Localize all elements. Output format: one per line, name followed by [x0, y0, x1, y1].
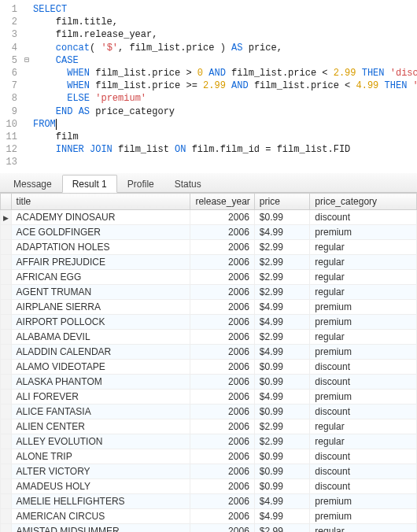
cell-price[interactable]: $2.99 [254, 330, 310, 345]
table-row[interactable]: AMELIE HELLFIGHTERS2006$4.99premium [1, 494, 417, 509]
table-row[interactable]: AFFAIR PREJUDICE2006$2.99regular [1, 255, 417, 270]
cell-release_year[interactable]: 2006 [190, 449, 254, 464]
code-content[interactable]: concat( '$', film_list.price ) AS price, [31, 42, 282, 54]
cell-price_category[interactable]: regular [310, 255, 417, 270]
code-line[interactable]: 13 [0, 156, 417, 168]
cell-release_year[interactable]: 2006 [190, 210, 254, 225]
cell-price_category[interactable]: regular [310, 419, 417, 434]
cell-price[interactable]: $4.99 [254, 494, 310, 509]
cell-price[interactable]: $4.99 [254, 225, 310, 240]
code-line[interactable]: 2 film.title, [0, 16, 417, 28]
cell-release_year[interactable]: 2006 [190, 360, 254, 375]
code-content[interactable]: SELECT [31, 3, 67, 16]
table-row[interactable]: ACE GOLDFINGER2006$4.99premium [1, 225, 417, 240]
cell-title[interactable]: AMERICAN CIRCUS [11, 509, 190, 524]
cell-title[interactable]: ALIEN CENTER [11, 419, 190, 434]
cell-price_category[interactable]: premium [310, 390, 417, 405]
cell-price[interactable]: $2.99 [254, 240, 310, 255]
cell-title[interactable]: AIRPLANE SIERRA [11, 300, 190, 315]
code-line[interactable]: 8 ELSE 'premium' [0, 92, 417, 105]
code-line[interactable]: 10FROM [0, 118, 417, 131]
cell-release_year[interactable]: 2006 [190, 330, 254, 345]
cell-title[interactable]: ALICE FANTASIA [11, 405, 190, 419]
cell-price[interactable]: $4.99 [254, 345, 310, 360]
cell-price[interactable]: $2.99 [254, 255, 310, 270]
cell-price[interactable]: $0.99 [254, 375, 310, 390]
code-line[interactable]: 3 film.release_year, [0, 28, 417, 41]
cell-price_category[interactable]: premium [310, 509, 417, 524]
cell-title[interactable]: ALADDIN CALENDAR [11, 345, 190, 360]
table-row[interactable]: AIRPLANE SIERRA2006$4.99premium [1, 300, 417, 315]
tab-result-1[interactable]: Result 1 [62, 175, 117, 193]
cell-title[interactable]: ALAMO VIDEOTAPE [11, 360, 190, 375]
code-content[interactable]: FROM [31, 118, 57, 131]
code-line[interactable]: 6 WHEN film_list.price > 0 AND film_list… [0, 67, 417, 79]
cell-title[interactable]: ALLEY EVOLUTION [11, 434, 190, 449]
cell-release_year[interactable]: 2006 [190, 434, 254, 449]
cell-release_year[interactable]: 2006 [190, 524, 254, 532]
cell-title[interactable]: AIRPORT POLLOCK [11, 315, 190, 330]
cell-price[interactable]: $0.99 [254, 405, 310, 419]
cell-price_category[interactable]: regular [310, 330, 417, 345]
col-header-release-year[interactable]: release_year [190, 194, 254, 210]
cell-price_category[interactable]: premium [310, 300, 417, 315]
cell-price_category[interactable]: discount [310, 479, 417, 494]
cell-release_year[interactable]: 2006 [190, 479, 254, 494]
code-content[interactable]: CASE [31, 54, 79, 67]
cell-title[interactable]: ALABAMA DEVIL [11, 330, 190, 345]
cell-price[interactable]: $2.99 [254, 270, 310, 285]
table-row[interactable]: ▶ACADEMY DINOSAUR2006$0.99discount [1, 210, 417, 225]
code-content[interactable]: INNER JOIN film_list ON film.film_id = f… [31, 143, 350, 156]
cell-price_category[interactable]: premium [310, 345, 417, 360]
col-header-price[interactable]: price [254, 194, 310, 210]
cell-price_category[interactable]: discount [310, 464, 417, 479]
table-row[interactable]: AMISTAD MIDSUMMER2006$2.99regular [1, 524, 417, 532]
cell-price[interactable]: $2.99 [254, 434, 310, 449]
cell-release_year[interactable]: 2006 [190, 464, 254, 479]
cell-price_category[interactable]: regular [310, 240, 417, 255]
sql-editor[interactable]: 1SELECT2 film.title,3 film.release_year,… [0, 0, 417, 173]
table-row[interactable]: ALASKA PHANTOM2006$0.99discount [1, 375, 417, 390]
code-line[interactable]: 11 film [0, 131, 417, 143]
col-header-price-category[interactable]: price_category [310, 194, 417, 210]
table-row[interactable]: ALADDIN CALENDAR2006$4.99premium [1, 345, 417, 360]
cell-release_year[interactable]: 2006 [190, 315, 254, 330]
cell-title[interactable]: AMELIE HELLFIGHTERS [11, 494, 190, 509]
cell-price[interactable]: $2.99 [254, 285, 310, 300]
cell-price_category[interactable]: premium [310, 225, 417, 240]
cell-release_year[interactable]: 2006 [190, 255, 254, 270]
code-content[interactable]: WHEN film_list.price >= 2.99 AND film_li… [31, 79, 417, 92]
table-row[interactable]: ALIEN CENTER2006$2.99regular [1, 419, 417, 434]
cell-price[interactable]: $0.99 [254, 449, 310, 464]
cell-title[interactable]: AFRICAN EGG [11, 270, 190, 285]
code-content[interactable]: ELSE 'premium' [31, 92, 146, 105]
cell-price_category[interactable]: premium [310, 494, 417, 509]
cell-title[interactable]: AMISTAD MIDSUMMER [11, 524, 190, 532]
code-line[interactable]: 12 INNER JOIN film_list ON film.film_id … [0, 143, 417, 156]
cell-price[interactable]: $4.99 [254, 300, 310, 315]
table-row[interactable]: ALI FOREVER2006$4.99premium [1, 390, 417, 405]
cell-price[interactable]: $0.99 [254, 360, 310, 375]
table-row[interactable]: AIRPORT POLLOCK2006$4.99premium [1, 315, 417, 330]
cell-title[interactable]: ACE GOLDFINGER [11, 225, 190, 240]
code-content[interactable]: film.title, [31, 16, 118, 28]
table-row[interactable]: ALLEY EVOLUTION2006$2.99regular [1, 434, 417, 449]
col-header-title[interactable]: title [11, 194, 190, 210]
cell-price_category[interactable]: regular [310, 434, 417, 449]
cell-release_year[interactable]: 2006 [190, 419, 254, 434]
cell-title[interactable]: AGENT TRUMAN [11, 285, 190, 300]
cell-title[interactable]: ALASKA PHANTOM [11, 375, 190, 390]
cell-title[interactable]: ALI FOREVER [11, 390, 190, 405]
cell-price_category[interactable]: discount [310, 210, 417, 225]
cell-release_year[interactable]: 2006 [190, 285, 254, 300]
code-line[interactable]: 7 WHEN film_list.price >= 2.99 AND film_… [0, 79, 417, 92]
cell-price_category[interactable]: discount [310, 449, 417, 464]
table-row[interactable]: ADAPTATION HOLES2006$2.99regular [1, 240, 417, 255]
cell-release_year[interactable]: 2006 [190, 240, 254, 255]
cell-release_year[interactable]: 2006 [190, 345, 254, 360]
code-content[interactable] [31, 156, 33, 168]
cell-price_category[interactable]: regular [310, 285, 417, 300]
table-row[interactable]: ALAMO VIDEOTAPE2006$0.99discount [1, 360, 417, 375]
cell-release_year[interactable]: 2006 [190, 375, 254, 390]
table-row[interactable]: ALTER VICTORY2006$0.99discount [1, 464, 417, 479]
